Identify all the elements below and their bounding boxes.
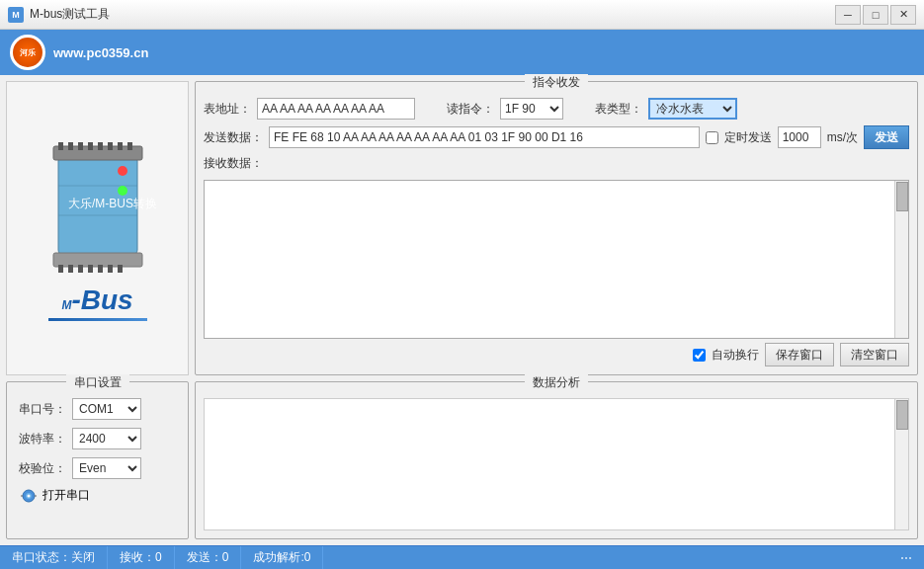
device-svg: 大乐/M-BUS转换器: [39, 136, 157, 284]
send-button[interactable]: 发送: [864, 125, 909, 149]
device-image: 大乐/M-BUS转换器: [39, 136, 157, 275]
meter-type-select[interactable]: 冷水水表: [648, 98, 737, 120]
clear-window-button[interactable]: 清空窗口: [840, 343, 909, 366]
send-data-label: 发送数据：: [204, 129, 263, 146]
analysis-panel: 数据分析: [195, 381, 918, 539]
receive-label-row: 接收数据：: [204, 155, 909, 172]
save-window-button[interactable]: 保存窗口: [765, 343, 834, 366]
send-data-input[interactable]: [269, 126, 700, 148]
parity-select[interactable]: Even: [72, 457, 141, 479]
analysis-title: 数据分析: [525, 374, 588, 391]
meter-type-label: 表类型：: [595, 101, 642, 118]
svg-text:大乐/M-BUS转换器: 大乐/M-BUS转换器: [68, 197, 157, 210]
svg-rect-2: [58, 142, 63, 150]
title-bar: M M-bus测试工具 ─ □ ✕: [0, 0, 924, 30]
read-cmd-input[interactable]: [501, 99, 545, 119]
send-status: 发送：0: [175, 546, 242, 569]
read-cmd-select[interactable]: ▼: [545, 99, 562, 119]
serial-panel: 串口设置 串口号： COM1 波特率： 2400 校验位： Even: [6, 381, 189, 539]
svg-rect-20: [108, 265, 113, 273]
close-button[interactable]: ✕: [890, 5, 916, 25]
svg-rect-19: [98, 265, 103, 273]
timer-interval-input[interactable]: [778, 126, 821, 148]
port-status: 串口状态：关闭: [0, 546, 108, 569]
address-row: 表地址： 读指令： ▼ 表类型： 冷水水表: [204, 98, 909, 120]
command-group-title: 指令收发: [525, 74, 588, 91]
svg-rect-5: [88, 142, 93, 150]
timer-unit: ms/次: [827, 129, 858, 146]
port-row: 串口号： COM1: [19, 398, 180, 420]
parity-label: 校验位：: [19, 460, 66, 477]
svg-rect-16: [68, 265, 73, 273]
mbus-underline: [48, 318, 147, 321]
logo-url: www.pc0359.cn: [53, 45, 148, 60]
svg-rect-7: [108, 142, 113, 150]
receive-status: 接收：0: [108, 546, 175, 569]
app-icon: M: [8, 7, 24, 23]
parse-status: 成功解析:0: [241, 546, 323, 569]
baud-label: 波特率：: [19, 431, 66, 447]
open-port-label: 打开串口: [42, 487, 90, 504]
timer-send-label: 定时发送: [724, 129, 772, 146]
bottom-buttons-row: 自动换行 保存窗口 清空窗口: [204, 343, 909, 366]
left-panel: 大乐/M-BUS转换器 M-Bus: [6, 81, 189, 375]
parity-row: 校验位： Even: [19, 457, 180, 479]
mbus-logo-area: M-Bus: [48, 284, 147, 321]
svg-rect-3: [68, 142, 73, 150]
svg-point-12: [118, 166, 127, 176]
minimize-button[interactable]: ─: [835, 5, 861, 25]
bottom-section: 串口设置 串口号： COM1 波特率： 2400 校验位： Even: [6, 381, 918, 539]
window-controls: ─ □ ✕: [835, 5, 916, 25]
open-port-button[interactable]: 打开串口: [19, 487, 180, 504]
svg-point-13: [118, 186, 127, 196]
baud-select[interactable]: 2400: [72, 428, 141, 449]
analysis-scrollbar-thumb: [896, 400, 908, 430]
status-extra: ⋯: [888, 546, 924, 569]
read-cmd-label: 读指令：: [447, 101, 494, 118]
svg-rect-18: [88, 265, 93, 273]
svg-rect-9: [127, 142, 132, 150]
analysis-scrollbar[interactable]: [894, 399, 908, 529]
address-input[interactable]: [257, 98, 415, 120]
svg-rect-8: [118, 142, 123, 150]
logo-inner: 河乐: [13, 38, 42, 67]
scrollbar-thumb: [896, 182, 908, 211]
port-select[interactable]: COM1: [72, 398, 141, 420]
status-bar: 串口状态：关闭 接收：0 发送：0 成功解析:0 ⋯: [0, 545, 924, 569]
port-icon: [19, 488, 39, 504]
receive-scrollbar[interactable]: [894, 181, 908, 338]
svg-rect-14: [53, 253, 142, 267]
receive-area[interactable]: [204, 180, 909, 339]
svg-rect-15: [58, 265, 63, 273]
top-section: 大乐/M-BUS转换器 M-Bus 指令收发 表地址： 读指令：: [6, 81, 918, 375]
svg-rect-4: [78, 142, 83, 150]
logo-bar: 河乐 www.pc0359.cn: [0, 30, 924, 75]
port-label: 串口号：: [19, 401, 66, 418]
serial-title: 串口设置: [66, 374, 129, 391]
baud-row: 波特率： 2400: [19, 428, 180, 449]
window-title: M-bus测试工具: [30, 6, 110, 23]
auto-wrap-checkbox[interactable]: [693, 349, 706, 362]
svg-rect-21: [118, 265, 123, 273]
right-panel: 指令收发 表地址： 读指令： ▼ 表类型：: [195, 81, 918, 375]
command-group: 指令收发 表地址： 读指令： ▼ 表类型：: [195, 81, 918, 375]
svg-point-25: [28, 494, 31, 497]
logo-icon: 河乐: [10, 35, 45, 70]
analysis-area[interactable]: [204, 398, 909, 530]
mbus-logo: M-Bus: [48, 284, 147, 316]
timer-send-checkbox[interactable]: [706, 131, 718, 144]
address-label: 表地址：: [204, 101, 251, 118]
main-content: 大乐/M-BUS转换器 M-Bus 指令收发 表地址： 读指令：: [0, 75, 924, 545]
receive-label: 接收数据：: [204, 155, 263, 172]
svg-rect-17: [78, 265, 83, 273]
send-data-row: 发送数据： 定时发送 ms/次 发送: [204, 125, 909, 149]
auto-wrap-label: 自动换行: [712, 347, 759, 364]
maximize-button[interactable]: □: [863, 5, 888, 25]
svg-rect-6: [98, 142, 103, 150]
